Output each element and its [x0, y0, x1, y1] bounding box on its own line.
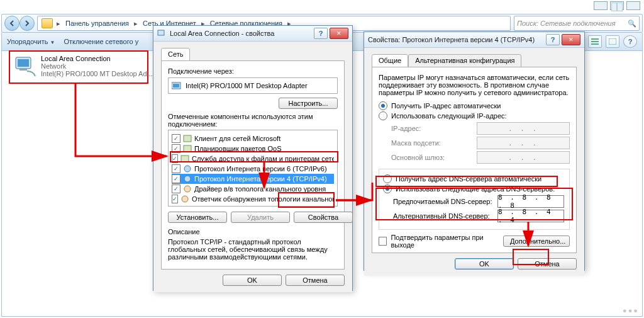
connect-via-label: Подключение через: [168, 67, 338, 75]
preview-icon[interactable] [606, 35, 619, 48]
svg-rect-6 [19, 69, 27, 71]
components-label: Отмеченные компоненты используются этим … [168, 113, 338, 128]
component-icon [183, 185, 192, 193]
help-button[interactable]: ? [546, 34, 560, 45]
nic-icon [172, 81, 182, 90]
connection-properties-dialog: Local Area Connection - свойства ? ✕ Сет… [153, 25, 353, 291]
svg-point-13 [184, 166, 191, 172]
configure-button[interactable]: Настроить... [279, 98, 338, 109]
adapter-device-name: Intel(R) PRO/1000 MT Desktop Adapter [186, 82, 308, 89]
checkbox[interactable]: ✓ [172, 174, 180, 183]
component-icon [183, 135, 192, 142]
svg-rect-11 [184, 145, 191, 152]
ok-button[interactable]: OK [223, 275, 282, 286]
help-icon[interactable]: ? [623, 35, 637, 48]
validate-checkbox[interactable] [379, 237, 387, 246]
mask-label: Маска подсети: [391, 139, 473, 147]
install-button[interactable]: Установить... [168, 212, 227, 223]
svg-rect-12 [181, 156, 189, 162]
ip-address-field: . . . [477, 122, 570, 135]
component-icon [183, 175, 192, 183]
svg-rect-9 [173, 84, 179, 88]
dns1-label: Предпочитаемый DNS-сервер: [393, 198, 494, 205]
svg-rect-10 [184, 135, 191, 142]
disable-adapter-button[interactable]: Отключение сетевого у [64, 38, 138, 45]
search-input[interactable]: Поиск: Сетевые подключения 🔍 [514, 16, 640, 31]
radio-static-ip[interactable]: Использовать следующий IP-адрес: [379, 111, 570, 120]
cancel-button[interactable]: Отмена [518, 258, 577, 270]
checkbox[interactable]: ✓ [172, 195, 178, 203]
checkbox[interactable]: ✓ [172, 154, 178, 163]
component-icon [180, 195, 189, 203]
adapter-type: Network [41, 62, 153, 70]
dialog2-titlebar[interactable]: Свойства: Протокол Интернета версии 4 (T… [364, 32, 584, 48]
selected-component: ✓Протокол Интернета версии 4 (TCP/IPv4) [172, 174, 334, 184]
search-placeholder: Поиск: Сетевые подключения [517, 20, 616, 27]
component-icon [183, 165, 192, 173]
adapter-text: Local Area Connection Network Intel(R) P… [41, 55, 153, 82]
help-button[interactable]: ? [314, 28, 328, 39]
chevron-down-icon: ▼ [50, 40, 55, 45]
organize-menu[interactable]: Упорядочить▼ [7, 38, 55, 45]
checkbox[interactable]: ✓ [172, 185, 180, 193]
restore-group [610, 1, 624, 10]
chevron-right-icon: ▸ [133, 20, 139, 28]
svg-point-14 [184, 176, 191, 182]
breadcrumb-seg[interactable]: Панель управления [62, 20, 133, 27]
nav-fwd-button[interactable] [19, 16, 35, 31]
ip-label: IP-адрес: [391, 125, 473, 132]
ok-button[interactable]: OK [455, 258, 514, 270]
svg-rect-0 [591, 38, 599, 40]
description-title: Описание [168, 228, 338, 236]
ipv4-properties-dialog: Свойства: Протокол Интернета версии 4 (T… [364, 31, 585, 271]
min-button[interactable] [594, 1, 608, 10]
checkbox[interactable]: ✓ [172, 164, 180, 173]
radio-dhcp-ip[interactable]: Получить IP-адрес автоматически [379, 101, 570, 110]
tab-alt[interactable]: Альтернативная конфигурация [408, 54, 521, 67]
chevron-right-icon: ▸ [55, 20, 62, 28]
nav-back-button[interactable] [4, 16, 19, 31]
svg-rect-2 [591, 43, 599, 45]
tab-network[interactable]: Сеть [161, 48, 190, 61]
dns2-label: Альтернативный DNS-сервер: [393, 212, 494, 220]
window-controls [594, 1, 640, 10]
component-icon [183, 145, 192, 152]
dns1-field[interactable]: 8 . 8 . 8 . 8 [497, 195, 564, 208]
svg-rect-7 [158, 30, 164, 35]
svg-point-15 [184, 186, 191, 192]
adapter-item[interactable]: Local Area Connection Network Intel(R) P… [13, 54, 148, 84]
dialog1-titlebar[interactable]: Local Area Connection - свойства ? ✕ [153, 26, 352, 42]
adapter-name: Local Area Connection [41, 55, 153, 62]
adapter-device: Intel(R) PRO/1000 MT Desktop Ad... [41, 70, 153, 77]
subnet-mask-field: . . . [477, 137, 570, 149]
close-button[interactable]: ✕ [330, 28, 348, 39]
close-button[interactable] [626, 1, 640, 10]
close-button[interactable]: ✕ [562, 34, 580, 45]
tab-general[interactable]: Общие [372, 54, 408, 67]
resize-grip: ●●● [623, 307, 639, 314]
folder-icon [42, 18, 53, 28]
restore-button[interactable] [611, 3, 617, 11]
intro-text: Параметры IP могут назначаться автоматич… [379, 74, 570, 96]
radio-static-dns[interactable]: Использовать следующие адреса DNS-сервер… [383, 185, 564, 193]
search-icon: 🔍 [628, 20, 636, 28]
validate-label: Подтвердить параметры при выходе [391, 234, 503, 249]
checkbox[interactable]: ✓ [172, 144, 180, 153]
gw-label: Основной шлюз: [391, 154, 473, 161]
properties-button[interactable]: Свойства [294, 212, 353, 223]
checkbox[interactable]: ✓ [172, 134, 180, 143]
description-text: Протокол TCP/IP - стандартный протокол г… [168, 238, 338, 261]
advanced-button[interactable]: Дополнительно... [503, 236, 570, 247]
network-icon [157, 29, 166, 38]
svg-rect-1 [591, 41, 599, 42]
max-button[interactable] [617, 3, 623, 11]
dialog1-title: Local Area Connection - свойства [170, 30, 314, 37]
cancel-button[interactable]: Отмена [286, 275, 345, 286]
dns2-field[interactable]: 8 . 8 . 4 . 4 [497, 210, 564, 222]
svg-point-16 [182, 196, 188, 202]
radio-dhcp-dns[interactable]: Получить адрес DNS-сервера автоматически [383, 174, 564, 183]
components-list[interactable]: ✓Клиент для сетей Microsoft ✓Планировщик… [168, 130, 338, 207]
view-icon[interactable] [588, 35, 602, 48]
dialog2-title: Свойства: Протокол Интернета версии 4 (T… [368, 36, 546, 43]
component-icon [180, 155, 189, 162]
